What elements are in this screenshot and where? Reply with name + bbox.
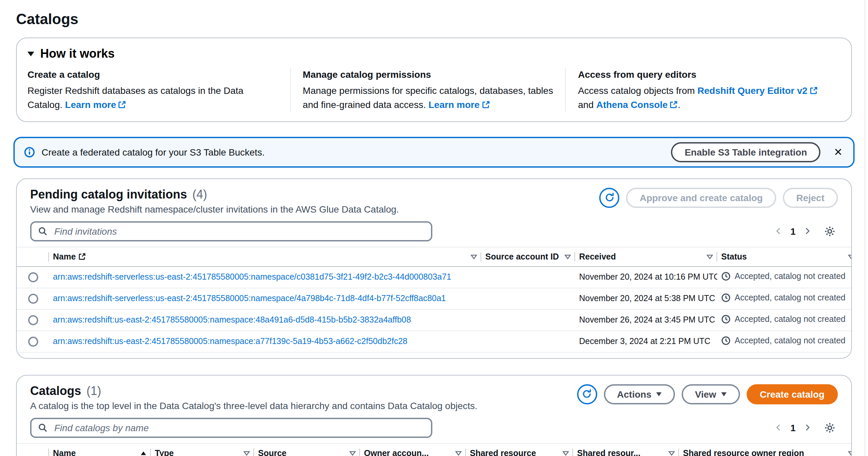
clock-icon — [721, 272, 731, 281]
status-badge: Accepted, catalog not created — [721, 272, 845, 281]
catalogs-search — [30, 418, 432, 438]
catalogs-title: Catalogs — [30, 384, 81, 398]
refresh-button[interactable] — [599, 188, 620, 208]
row-radio[interactable] — [28, 294, 38, 304]
page-title: Catalogs — [16, 11, 852, 28]
column-header-owner-account[interactable]: Owner accoun... — [360, 444, 466, 456]
status-badge: Accepted, catalog not created — [721, 314, 845, 324]
column-header-shared-resource[interactable]: Shared resource — [466, 444, 573, 456]
filter-caret-icon — [455, 451, 462, 456]
column-header-name[interactable]: Name — [49, 247, 481, 267]
column-header-shared-resource-owner-region[interactable]: Shared resource owner region — [679, 444, 852, 456]
refresh-button[interactable] — [577, 384, 597, 404]
column-header-received[interactable]: Received — [575, 247, 717, 267]
search-icon — [38, 227, 48, 236]
reject-button[interactable]: Reject — [783, 188, 838, 208]
col-heading: Manage catalog permissions — [303, 68, 553, 82]
pending-invitations-header-text: Pending catalog invitations (4) View and… — [30, 188, 399, 215]
filter-caret-icon — [848, 254, 852, 260]
view-dropdown-button[interactable]: View — [682, 384, 740, 404]
source-account-id-cell — [481, 267, 575, 288]
external-link-icon — [118, 100, 126, 108]
page-number[interactable]: 1 — [786, 225, 800, 238]
external-link-icon — [670, 100, 678, 108]
pending-invitations-title: Pending catalog invitations — [30, 188, 187, 202]
status-badge: Accepted, catalog not created — [721, 336, 845, 345]
catalogs-header-text: Catalogs (1) A catalog is the top level … — [30, 384, 477, 411]
learn-more-link[interactable]: Learn more — [429, 99, 490, 110]
refresh-icon — [604, 193, 615, 203]
filter-caret-icon — [562, 451, 569, 456]
close-banner-button[interactable] — [833, 145, 844, 159]
source-account-id-cell — [481, 288, 575, 309]
learn-more-link[interactable]: Learn more — [65, 99, 126, 110]
row-radio[interactable] — [28, 315, 38, 325]
external-link-icon — [79, 253, 86, 261]
triangle-down-icon — [28, 52, 34, 56]
catalogs-table: Name Type Source Owner accoun... Shared … — [17, 443, 852, 456]
how-it-works-col-permissions: Manage catalog permissions Manage permis… — [290, 68, 565, 111]
invitation-name-link[interactable]: arn:aws:redshift-serverless:us-east-2:45… — [53, 294, 446, 303]
pending-invitations-actions: Approve and create catalog Reject — [599, 188, 838, 208]
table-row[interactable]: arn:aws:redshift-serverless:us-east-2:45… — [17, 267, 852, 288]
selection-column-header — [17, 247, 49, 267]
column-header-source[interactable]: Source — [254, 444, 360, 456]
info-icon — [24, 147, 35, 158]
pending-invitations-description: View and manage Redshift namespace/clust… — [30, 204, 399, 215]
col-text: Manage permissions for specific catalogs… — [303, 84, 553, 111]
table-preferences-button[interactable] — [822, 421, 838, 435]
gear-icon — [825, 226, 835, 237]
column-header-type[interactable]: Type — [151, 444, 254, 456]
gear-icon — [825, 423, 835, 433]
catalogs-panel: Catalogs (1) A catalog is the top level … — [16, 375, 852, 456]
chevron-right-icon — [804, 424, 811, 431]
received-cell: November 26, 2024 at 3:45 PM UTC — [575, 309, 717, 331]
previous-page-button[interactable] — [772, 422, 785, 433]
chevron-left-icon — [775, 424, 782, 431]
catalogs-table-header-row: Name Type Source Owner accoun... Shared … — [17, 444, 852, 456]
catalogs-search-input[interactable] — [53, 422, 424, 434]
table-row[interactable]: arn:aws:redshift:us-east-2:451785580005:… — [17, 331, 852, 353]
page-number[interactable]: 1 — [786, 421, 800, 434]
clock-icon — [721, 293, 731, 302]
how-it-works-title: How it works — [40, 47, 115, 61]
external-link-icon — [809, 87, 817, 95]
invitations-search-input[interactable] — [53, 225, 424, 237]
column-header-shared-resource-2[interactable]: Shared resour... — [573, 444, 679, 456]
enable-s3-table-integration-button[interactable]: Enable S3 Table integration — [671, 142, 820, 162]
col-text: Register Redshift databases as catalogs … — [28, 84, 278, 111]
chevron-left-icon — [775, 228, 782, 235]
table-preferences-button[interactable] — [822, 224, 838, 239]
invitation-name-link[interactable]: arn:aws:redshift-serverless:us-east-2:45… — [53, 273, 451, 282]
col-text: Access catalog objects from Redshift Que… — [578, 84, 829, 111]
row-radio[interactable] — [28, 337, 38, 347]
catalogs-toolbar: 1 — [17, 411, 851, 443]
column-header-source-account-id[interactable]: Source account ID — [481, 247, 575, 267]
close-icon — [834, 148, 842, 157]
catalogs-description: A catalog is the top level in the Data C… — [30, 400, 477, 411]
column-header-name[interactable]: Name — [49, 444, 151, 456]
actions-dropdown-button[interactable]: Actions — [603, 384, 675, 404]
create-catalog-button[interactable]: Create catalog — [746, 384, 838, 404]
external-link-icon — [482, 100, 490, 108]
filter-caret-icon — [349, 451, 356, 456]
table-row[interactable]: arn:aws:redshift-serverless:us-east-2:45… — [17, 288, 852, 309]
filter-caret-icon — [668, 451, 675, 456]
next-page-button[interactable] — [801, 422, 814, 433]
row-radio[interactable] — [28, 272, 38, 282]
previous-page-button[interactable] — [772, 226, 785, 237]
athena-console-link[interactable]: Athena Console — [596, 99, 678, 110]
invitation-name-link[interactable]: arn:aws:redshift:us-east-2:451785580005:… — [53, 315, 411, 325]
next-page-button[interactable] — [801, 226, 814, 237]
how-it-works-toggle[interactable]: How it works — [28, 47, 115, 61]
how-it-works-col-create: Create a catalog Register Redshift datab… — [28, 68, 290, 111]
page-scrollbar[interactable] — [865, 0, 865, 456]
chevron-down-icon — [721, 392, 726, 396]
approve-and-create-catalog-button[interactable]: Approve and create catalog — [626, 188, 776, 208]
col-heading: Access from query editors — [578, 68, 829, 82]
table-row[interactable]: arn:aws:redshift:us-east-2:451785580005:… — [17, 309, 852, 331]
clock-icon — [721, 336, 731, 345]
redshift-query-editor-link[interactable]: Redshift Query Editor v2 — [698, 86, 817, 96]
column-header-status[interactable]: Status — [717, 247, 852, 267]
invitation-name-link[interactable]: arn:aws:redshift:us-east-2:451785580005:… — [53, 337, 407, 346]
